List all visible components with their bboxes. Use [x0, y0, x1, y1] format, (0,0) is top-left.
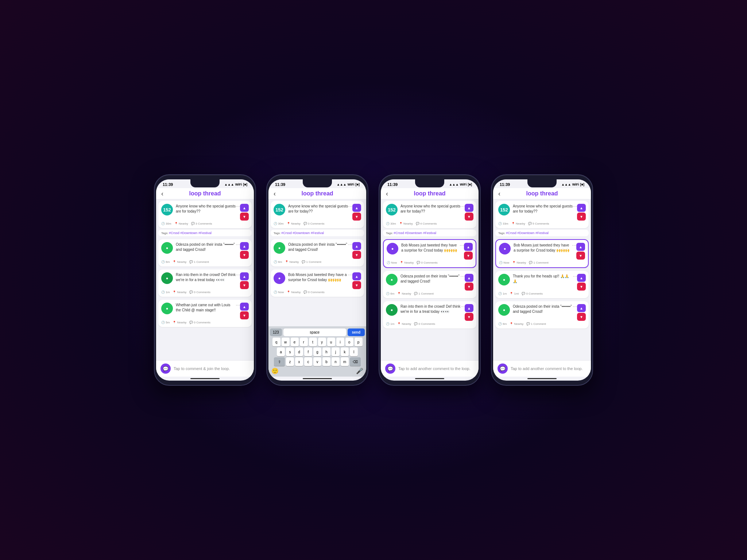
upvote-btn[interactable]: ▲	[576, 243, 585, 251]
more-dots-icon[interactable]: ···	[348, 241, 352, 247]
downvote-btn[interactable]: ▼	[465, 213, 473, 221]
emoji-icon[interactable]: 🙂	[271, 368, 279, 374]
kbd-key-t[interactable]: t	[309, 338, 317, 346]
kbd-key-k[interactable]: k	[341, 347, 349, 356]
post-card-0[interactable]: ··· 152 Anyone know who the special gues…	[495, 201, 589, 228]
upvote-btn[interactable]: ▲	[464, 243, 473, 251]
kbd-key-4[interactable]: v	[313, 357, 321, 366]
kbd-key-0[interactable]: ⇧	[274, 357, 285, 366]
kbd-key-7[interactable]: m	[341, 357, 349, 366]
upvote-btn[interactable]: ▲	[352, 204, 361, 212]
kbd-key-i[interactable]: i	[336, 338, 344, 346]
more-dots-icon[interactable]: ···	[236, 272, 240, 277]
downvote-btn[interactable]: ▼	[577, 313, 586, 321]
kbd-key-d[interactable]: d	[295, 347, 303, 356]
back-button[interactable]: ‹	[498, 190, 500, 198]
kbd-key-8[interactable]: ⌫	[350, 357, 361, 366]
back-button[interactable]: ‹	[274, 190, 276, 198]
kbd-key-q[interactable]: q	[272, 338, 280, 346]
post-card-0[interactable]: ··· 152 Anyone know who the special gues…	[271, 201, 364, 228]
post-card-3[interactable]: ··· ● Odesza posted on their insta "••••…	[495, 301, 589, 328]
upvote-btn[interactable]: ▲	[240, 272, 249, 280]
kbd-key-3[interactable]: c	[304, 357, 312, 366]
more-dots-icon[interactable]: ···	[236, 203, 240, 209]
kbd-key-2[interactable]: x	[295, 357, 303, 366]
downvote-btn[interactable]: ▼	[352, 251, 361, 259]
upvote-btn[interactable]: ▲	[465, 204, 473, 212]
kbd-key-p[interactable]: p	[355, 338, 363, 346]
downvote-btn[interactable]: ▼	[240, 311, 249, 319]
upvote-btn[interactable]: ▲	[240, 303, 249, 311]
more-dots-icon[interactable]: ···	[348, 272, 352, 277]
kbd-key-e[interactable]: e	[291, 338, 299, 346]
kbd-key-y[interactable]: y	[318, 338, 326, 346]
kbd-key-1[interactable]: z	[286, 357, 294, 366]
more-dots-icon[interactable]: ···	[236, 302, 240, 308]
post-card-2[interactable]: ··· ● Bob Moses just tweeted they have a…	[271, 269, 364, 297]
kbd-key-r[interactable]: r	[300, 338, 308, 346]
kbd-num-btn[interactable]: 123	[270, 328, 282, 336]
downvote-btn[interactable]: ▼	[352, 281, 361, 289]
mic-icon[interactable]: 🎤	[356, 368, 363, 374]
post-card-1[interactable]: ··· ● Bob Moses just tweeted they have a…	[495, 239, 589, 268]
kbd-key-o[interactable]: o	[345, 338, 353, 346]
downvote-btn[interactable]: ▼	[577, 283, 586, 291]
post-card-2[interactable]: ··· ● Ran into them in the crowd! Def th…	[158, 269, 252, 297]
kbd-key-s[interactable]: s	[286, 347, 294, 356]
more-dots-icon[interactable]: ···	[460, 303, 465, 309]
more-dots-icon[interactable]: ···	[460, 203, 465, 209]
more-dots-icon[interactable]: ···	[573, 203, 577, 209]
comment-bar[interactable]: 💬 Tap to add another comment to the loop…	[381, 360, 479, 377]
kbd-send-btn[interactable]: send	[348, 328, 365, 336]
more-dots-icon[interactable]: ···	[460, 242, 464, 248]
upvote-btn[interactable]: ▲	[352, 272, 361, 280]
kbd-key-a[interactable]: a	[277, 347, 285, 356]
post-card-1[interactable]: ··· ● Odesza posted on their insta "••••…	[271, 239, 364, 267]
comment-bar[interactable]: 💬 Tap to add another comment to the loop…	[493, 360, 591, 377]
upvote-btn[interactable]: ▲	[352, 242, 361, 250]
post-card-3[interactable]: ··· ● Whethan just came out with Louis t…	[158, 300, 252, 327]
back-button[interactable]: ‹	[161, 190, 163, 198]
post-card-1[interactable]: ··· ● Odesza posted on their insta "••••…	[158, 239, 252, 267]
keyboard[interactable]: 123 space send qwertyuiop asdfghjkl ⇧zxc…	[268, 326, 366, 377]
post-card-0[interactable]: ··· 152 Anyone know who the special gues…	[158, 201, 252, 228]
upvote-btn[interactable]: ▲	[465, 274, 473, 282]
kbd-space-btn[interactable]: space	[283, 328, 346, 336]
kbd-key-u[interactable]: u	[327, 338, 335, 346]
downvote-btn[interactable]: ▼	[352, 213, 361, 221]
more-dots-icon[interactable]: ···	[460, 273, 465, 279]
downvote-btn[interactable]: ▼	[576, 252, 585, 260]
post-card-1[interactable]: ··· ● Bob Moses just tweeted they have a…	[383, 239, 476, 268]
more-dots-icon[interactable]: ···	[572, 242, 576, 248]
kbd-key-j[interactable]: j	[332, 347, 340, 356]
kbd-key-6[interactable]: n	[332, 357, 340, 366]
kbd-key-f[interactable]: f	[304, 347, 312, 356]
upvote-btn[interactable]: ▲	[577, 204, 586, 212]
post-card-0[interactable]: ··· 152 Anyone know who the special gues…	[383, 201, 476, 228]
upvote-btn[interactable]: ▲	[465, 304, 473, 312]
kbd-key-5[interactable]: b	[322, 357, 330, 366]
downvote-btn[interactable]: ▼	[577, 213, 586, 221]
kbd-key-l[interactable]: l	[350, 347, 358, 356]
upvote-btn[interactable]: ▲	[577, 274, 586, 282]
upvote-btn[interactable]: ▲	[240, 242, 249, 250]
more-dots-icon[interactable]: ···	[573, 303, 577, 309]
back-button[interactable]: ‹	[386, 190, 388, 198]
downvote-btn[interactable]: ▼	[465, 283, 473, 291]
post-card-2[interactable]: ··· ● Odesza posted on their insta "••••…	[383, 271, 476, 298]
downvote-btn[interactable]: ▼	[240, 251, 249, 259]
downvote-btn[interactable]: ▼	[464, 252, 473, 260]
downvote-btn[interactable]: ▼	[240, 281, 249, 289]
kbd-key-g[interactable]: g	[313, 347, 321, 356]
kbd-key-w[interactable]: w	[282, 338, 290, 346]
upvote-btn[interactable]: ▲	[577, 304, 586, 312]
more-dots-icon[interactable]: ···	[236, 241, 240, 247]
downvote-btn[interactable]: ▼	[465, 313, 473, 321]
kbd-key-h[interactable]: h	[322, 347, 330, 356]
more-dots-icon[interactable]: ···	[348, 203, 352, 209]
more-dots-icon[interactable]: ···	[573, 273, 577, 279]
comment-bar[interactable]: 💬 Tap to comment & join the loop.	[156, 360, 254, 377]
downvote-btn[interactable]: ▼	[240, 213, 249, 221]
post-card-2[interactable]: ··· ● Thank you for the heads up!! 🙏🙏🙏 ▲…	[495, 271, 589, 298]
post-card-3[interactable]: ··· ● Ran into them in the crowd! Def th…	[383, 301, 476, 328]
